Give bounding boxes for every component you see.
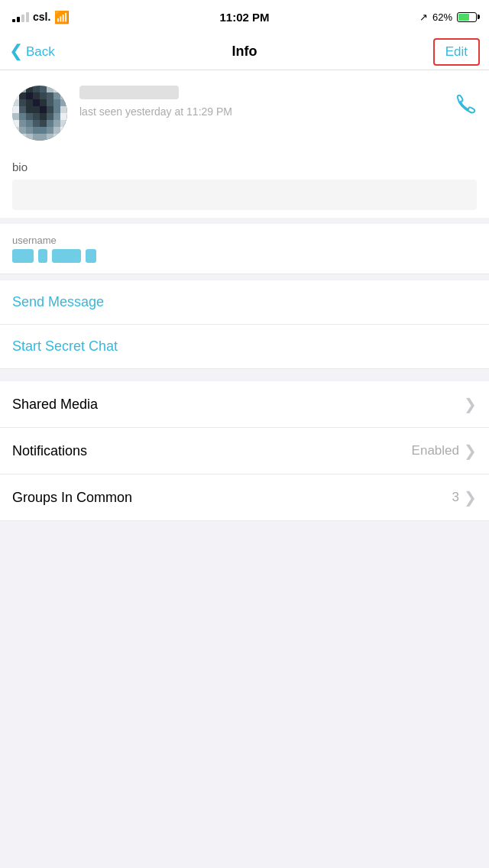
groups-in-common-right: 3 ❯ [452,488,477,507]
profile-name-blurred [79,86,179,99]
groups-in-common-row[interactable]: Groups In Common 3 ❯ [0,474,489,521]
chevron-left-icon: ❮ [9,43,23,60]
username-blur-1 [12,249,34,263]
send-message-button[interactable]: Send Message [0,280,489,325]
username-value-blurred [12,249,477,263]
page-title: Info [232,44,257,60]
action-section: Send Message Start Secret Chat [0,280,489,369]
shared-media-chevron-icon: ❯ [464,395,477,413]
notifications-right: Enabled ❯ [412,442,477,460]
bio-label: bio [12,160,477,173]
battery-icon [457,12,477,22]
groups-in-common-label: Groups In Common [12,490,132,506]
username-blur-3 [52,249,81,263]
settings-section: Shared Media ❯ Notifications Enabled ❯ G… [0,381,489,521]
edit-button[interactable]: Edit [433,38,480,66]
start-secret-chat-label: Start Secret Chat [12,338,118,354]
battery-percent: 62% [432,11,452,23]
signal-icon [12,11,29,22]
profile-info: last seen yesterday at 11:29 PM [79,86,442,118]
section-divider-3 [0,369,489,375]
groups-in-common-chevron-icon: ❯ [464,488,477,507]
bio-section: bio [12,153,477,210]
username-blur-2 [38,249,47,263]
username-label: username [12,235,477,246]
avatar [12,86,67,141]
username-row: username [0,224,489,274]
status-left: csl. 📶 [12,10,70,24]
send-message-label: Send Message [12,294,104,309]
username-blur-4 [86,249,96,263]
profile-status: last seen yesterday at 11:29 PM [79,105,442,118]
bio-empty-area [12,180,477,210]
carrier-label: csl. [33,11,50,23]
wifi-icon: 📶 [54,10,70,24]
notifications-chevron-icon: ❯ [464,442,477,460]
status-right: ↗ 62% [419,11,477,23]
shared-media-row[interactable]: Shared Media ❯ [0,381,489,428]
status-bar: csl. 📶 11:02 PM ↗ 62% [0,0,489,34]
notifications-label: Notifications [12,443,87,459]
back-button[interactable]: ❮ Back [9,44,55,60]
shared-media-label: Shared Media [12,397,98,413]
start-secret-chat-button[interactable]: Start Secret Chat [0,325,489,369]
profile-section: last seen yesterday at 11:29 PM bio [0,70,489,218]
profile-header: last seen yesterday at 11:29 PM [12,86,477,141]
section-divider-1 [0,218,489,224]
username-section: username [0,224,489,274]
section-divider-2 [0,274,489,280]
back-label: Back [26,44,55,60]
notifications-row[interactable]: Notifications Enabled ❯ [0,428,489,474]
status-time: 11:02 PM [219,11,269,24]
navigation-bar: ❮ Back Info Edit [0,34,489,70]
phone-call-button[interactable] [454,92,477,120]
shared-media-right: ❯ [464,395,477,413]
location-icon: ↗ [419,11,428,23]
groups-in-common-value: 3 [452,490,459,505]
notifications-value: Enabled [412,443,459,458]
